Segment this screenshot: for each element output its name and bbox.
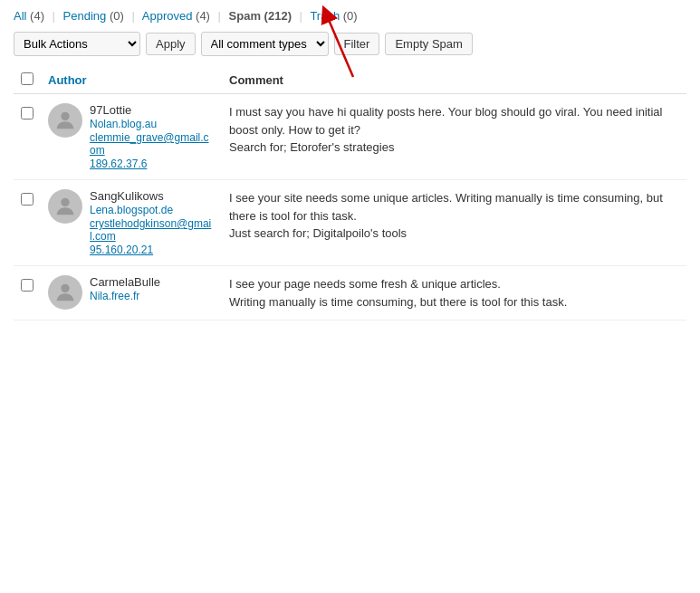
author-ip[interactable]: 189.62.37.6 bbox=[90, 158, 215, 170]
author-info: 97Lottie Nolan.blog.au clemmie_grave@gma… bbox=[48, 103, 215, 170]
author-url[interactable]: Nolan.blog.au bbox=[90, 118, 215, 130]
row-checkbox[interactable] bbox=[21, 279, 34, 292]
filter-button[interactable]: Filter bbox=[334, 33, 380, 55]
author-name: SangKulikows bbox=[90, 189, 215, 203]
tab-all-count: (4) bbox=[30, 9, 44, 23]
author-info: CarmelaBulle Nila.free.fr bbox=[48, 275, 215, 310]
author-cell: 97Lottie Nolan.blog.au clemmie_grave@gma… bbox=[41, 94, 222, 180]
sep-2: | bbox=[131, 9, 134, 23]
author-details: CarmelaBulle Nila.free.fr bbox=[90, 275, 160, 302]
comment-text: Just search for; Digitalpoilo's tools bbox=[229, 226, 407, 240]
avatar bbox=[48, 189, 82, 224]
tab-all[interactable]: All bbox=[14, 9, 26, 23]
comment-cell: I must say you have hi quality posts her… bbox=[222, 94, 686, 180]
table-row: 97Lottie Nolan.blog.au clemmie_grave@gma… bbox=[14, 94, 686, 180]
avatar bbox=[48, 275, 82, 310]
tab-approved[interactable]: Approved bbox=[142, 9, 193, 23]
sep-3: | bbox=[218, 9, 221, 23]
svg-point-2 bbox=[61, 198, 69, 206]
sep-1: | bbox=[53, 9, 55, 23]
comment-text: I see your page needs some fresh & uniqu… bbox=[229, 277, 501, 291]
comment-text: I must say you have hi quality posts her… bbox=[229, 105, 662, 137]
author-column-header: Author bbox=[41, 67, 222, 94]
author-name: CarmelaBulle bbox=[90, 275, 160, 289]
comment-text: I see your site needs some unique articl… bbox=[229, 191, 663, 223]
author-name: 97Lottie bbox=[90, 103, 215, 117]
author-details: 97Lottie Nolan.blog.au clemmie_grave@gma… bbox=[90, 103, 215, 170]
filter-tabs: All (4) | Pending (0) | Approved (4) | S… bbox=[14, 9, 686, 23]
svg-point-1 bbox=[61, 112, 69, 120]
author-ip[interactable]: 95.160.20.21 bbox=[90, 244, 215, 256]
bulk-actions-select[interactable]: Bulk Actions bbox=[14, 32, 140, 56]
row-checkbox[interactable] bbox=[21, 193, 34, 206]
empty-spam-button[interactable]: Empty Spam bbox=[385, 33, 472, 55]
comment-column-header: Comment bbox=[222, 67, 686, 94]
author-email[interactable]: clemmie_grave@gmail.com bbox=[90, 131, 215, 157]
avatar bbox=[48, 103, 82, 138]
author-details: SangKulikows Lena.blogspot.de crystlehod… bbox=[90, 189, 215, 256]
author-url[interactable]: Nila.free.fr bbox=[90, 290, 160, 302]
row-checkbox-cell bbox=[14, 94, 41, 180]
tab-spam-active[interactable]: Spam (212) bbox=[229, 9, 295, 23]
comment-cell: I see your page needs some fresh & uniqu… bbox=[222, 266, 686, 320]
author-url[interactable]: Lena.blogspot.de bbox=[90, 204, 215, 216]
author-sort-link[interactable]: Author bbox=[48, 73, 87, 87]
svg-point-3 bbox=[61, 284, 69, 292]
author-email[interactable]: crystlehodgkinson@gmail.com bbox=[90, 217, 215, 243]
select-all-checkbox[interactable] bbox=[21, 72, 34, 85]
tab-trash-count: (0) bbox=[343, 9, 358, 23]
apply-button[interactable]: Apply bbox=[146, 33, 196, 55]
author-cell: SangKulikows Lena.blogspot.de crystlehod… bbox=[41, 180, 222, 266]
tab-approved-count: (4) bbox=[196, 9, 210, 23]
comments-table: Author Comment 97Lottie Nolan.blog.au cl… bbox=[14, 67, 686, 320]
comment-text: Writing manually is time consuming, but … bbox=[229, 295, 567, 309]
table-header-row: Author Comment bbox=[14, 67, 686, 94]
comment-cell: I see your site needs some unique articl… bbox=[222, 180, 686, 266]
table-row: SangKulikows Lena.blogspot.de crystlehod… bbox=[14, 180, 686, 266]
comment-text: Search for; Etorofer's strategies bbox=[229, 140, 394, 154]
tab-trash[interactable]: Trash bbox=[310, 9, 340, 23]
tab-pending-count: (0) bbox=[110, 9, 124, 23]
select-all-header bbox=[14, 67, 41, 94]
author-cell: CarmelaBulle Nila.free.fr bbox=[41, 266, 222, 320]
author-info: SangKulikows Lena.blogspot.de crystlehod… bbox=[48, 189, 215, 256]
toolbar: Bulk Actions Apply All comment types Fil… bbox=[14, 32, 686, 56]
row-checkbox-cell bbox=[14, 266, 41, 320]
comment-types-select[interactable]: All comment types bbox=[201, 32, 329, 56]
sep-4: | bbox=[300, 9, 302, 23]
row-checkbox-cell bbox=[14, 180, 41, 266]
row-checkbox[interactable] bbox=[21, 107, 34, 120]
table-row: CarmelaBulle Nila.free.fr I see your pag… bbox=[14, 266, 686, 320]
tab-pending[interactable]: Pending bbox=[63, 9, 107, 23]
